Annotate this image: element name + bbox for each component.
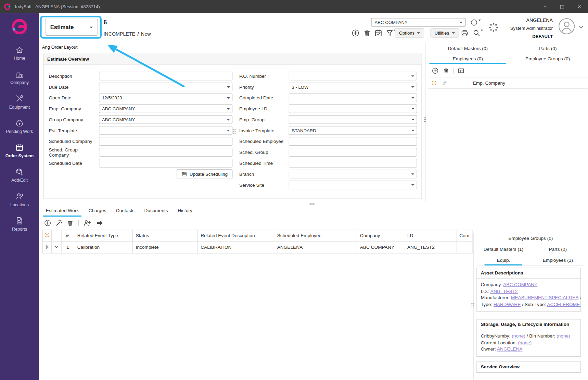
auto-create-button[interactable] bbox=[55, 219, 63, 227]
col-company[interactable]: Company bbox=[357, 230, 404, 242]
schedule-button[interactable] bbox=[374, 29, 382, 37]
id-link[interactable]: ANG_TEST2 bbox=[490, 289, 518, 294]
filter-button[interactable] bbox=[385, 29, 394, 37]
expand-row-button[interactable] bbox=[42, 242, 51, 253]
scheduled-date-input[interactable] bbox=[99, 159, 232, 167]
type-link[interactable]: HARDWARE bbox=[494, 302, 521, 307]
tab-employees[interactable]: Employees (0) bbox=[428, 54, 508, 64]
delete-record-button[interactable] bbox=[363, 29, 371, 37]
info-dropdown[interactable] bbox=[470, 19, 478, 26]
tab-contacts[interactable]: Contacts bbox=[113, 206, 138, 216]
user-avatar[interactable] bbox=[558, 17, 575, 35]
crib-link[interactable]: (none) bbox=[512, 333, 525, 339]
column-splitter-handle[interactable] bbox=[233, 128, 236, 136]
tab-equip[interactable]: Equip. bbox=[476, 255, 531, 266]
masters-col-number[interactable]: # bbox=[440, 77, 469, 88]
company-selector[interactable]: ABC COMPANY bbox=[371, 18, 466, 27]
detail-splitter-handle[interactable] bbox=[471, 302, 474, 310]
open-date-select[interactable]: 12/5/2023 bbox=[99, 94, 232, 102]
tab-estimated-work[interactable]: Estimated Work bbox=[42, 206, 82, 216]
utilities-dropdown[interactable]: Utilities bbox=[431, 28, 459, 37]
emp-company-select[interactable]: ABC COMPANY bbox=[99, 105, 232, 113]
masters-col-emp-company[interactable]: Emp. Company bbox=[469, 80, 588, 85]
tab-employee-groups-detail[interactable]: Employee Groups (0) bbox=[476, 233, 585, 244]
options-dropdown[interactable]: Options bbox=[395, 28, 424, 37]
status-state: New bbox=[141, 31, 151, 37]
sort-icon[interactable] bbox=[61, 230, 74, 242]
tab-parts-detail[interactable]: Parts (0) bbox=[531, 244, 585, 255]
record-type-label: Estimate bbox=[50, 24, 74, 30]
col-status[interactable]: Status bbox=[132, 230, 197, 242]
description-input[interactable] bbox=[99, 72, 232, 80]
po-number-select[interactable] bbox=[289, 72, 417, 80]
add-record-button[interactable] bbox=[351, 29, 360, 37]
send-arrow-button[interactable] bbox=[96, 219, 103, 227]
sidebar-item-order-system[interactable]: Order System bbox=[0, 138, 39, 162]
tab-default-masters[interactable]: Default Masters (0) bbox=[428, 43, 508, 54]
work-table-row[interactable]: 1 Calibration Incomplete CALIBRATION ANG… bbox=[42, 242, 472, 253]
sidebar-item-locations[interactable]: Locations bbox=[0, 187, 39, 211]
sun-icon[interactable] bbox=[42, 230, 51, 242]
employee-id-select[interactable] bbox=[289, 105, 417, 113]
record-type-dropdown[interactable]: Estimate bbox=[45, 19, 98, 36]
masters-delete-button[interactable] bbox=[443, 67, 450, 74]
sidebar-item-pending-work[interactable]: Pending Work bbox=[0, 114, 39, 138]
masters-toolbar bbox=[428, 64, 588, 77]
tab-parts[interactable]: Parts (0) bbox=[508, 43, 588, 54]
col-related-event-description[interactable]: Related Event Description bbox=[197, 230, 274, 242]
sidebar-item-reports[interactable]: Reports bbox=[0, 211, 39, 236]
tab-charges[interactable]: Charges bbox=[85, 206, 110, 216]
assign-employee-button[interactable] bbox=[83, 219, 91, 227]
close-button[interactable]: × bbox=[571, 0, 588, 13]
priority-select[interactable]: 3 - LOW bbox=[289, 83, 417, 91]
owner-link[interactable]: ANGELENA bbox=[497, 346, 523, 352]
user-menu-chevron-icon[interactable] bbox=[578, 24, 584, 30]
masters-add-button[interactable] bbox=[432, 67, 439, 74]
tab-employee-groups[interactable]: Employee Groups (0) bbox=[508, 54, 588, 64]
sun-icon[interactable] bbox=[428, 80, 440, 86]
col-id[interactable]: I.D. bbox=[404, 230, 456, 242]
invoice-template-select[interactable]: STANDARD bbox=[289, 126, 417, 135]
est-template-select[interactable] bbox=[99, 126, 232, 135]
scheduled-time-input[interactable] bbox=[289, 159, 417, 167]
tab-documents[interactable]: Documents bbox=[141, 206, 171, 216]
minimize-button[interactable]: – bbox=[536, 0, 553, 13]
sidebar-item-add-edit[interactable]: Add/Edit bbox=[0, 162, 39, 187]
col-com-truncated[interactable]: Com bbox=[456, 230, 473, 242]
chevron-down-icon bbox=[227, 86, 230, 87]
row-menu-button[interactable] bbox=[52, 242, 61, 253]
bin-number-link[interactable]: (none) bbox=[557, 333, 570, 339]
tab-history[interactable]: History bbox=[174, 206, 195, 216]
sidebar-item-home[interactable]: Home bbox=[0, 40, 39, 65]
col-scheduled-employee[interactable]: Scheduled Employee bbox=[274, 230, 357, 242]
col-related-event-type[interactable]: Related Event Type bbox=[74, 230, 132, 242]
storage-location-line: Current Location: (none) bbox=[481, 340, 576, 346]
emp-group-select[interactable] bbox=[289, 115, 417, 124]
update-scheduling-button[interactable]: Update Scheduling bbox=[177, 169, 233, 179]
tab-employees-detail[interactable]: Employees (1) bbox=[531, 255, 585, 266]
search-button[interactable] bbox=[473, 29, 481, 37]
maximize-button[interactable]: □ bbox=[553, 0, 571, 13]
completed-date-select[interactable] bbox=[289, 94, 417, 102]
subtype-link[interactable]: ACCELEROMETE bbox=[547, 302, 580, 307]
due-date-select[interactable] bbox=[99, 83, 232, 91]
work-delete-button[interactable] bbox=[66, 219, 74, 227]
print-button[interactable] bbox=[460, 29, 469, 37]
masters-grid-button[interactable] bbox=[458, 67, 465, 74]
manufacturer-link[interactable]: MEASUREMENT SPECIALTIES bbox=[511, 295, 578, 300]
work-add-button[interactable] bbox=[44, 219, 51, 227]
service-site-select[interactable] bbox=[289, 181, 417, 189]
scheduled-employee-input[interactable] bbox=[289, 137, 417, 146]
group-company-select[interactable]: ABC COMPANY bbox=[99, 115, 232, 124]
tab-default-masters-detail[interactable]: Default Masters (1) bbox=[476, 244, 531, 255]
branch-select[interactable] bbox=[289, 170, 417, 178]
vertical-splitter-handle[interactable] bbox=[423, 117, 426, 124]
sched-group-company-input[interactable] bbox=[99, 148, 232, 157]
apps-menu-button[interactable] bbox=[488, 22, 499, 33]
sidebar-item-equipment[interactable]: Equipment bbox=[0, 89, 39, 114]
current-location-link[interactable]: (none) bbox=[518, 340, 532, 345]
sidebar-item-company[interactable]: Company bbox=[0, 65, 39, 89]
company-link[interactable]: ABC COMPANY bbox=[503, 282, 537, 287]
sched-group-input[interactable] bbox=[289, 148, 417, 157]
scheduled-company-input[interactable] bbox=[99, 137, 232, 146]
